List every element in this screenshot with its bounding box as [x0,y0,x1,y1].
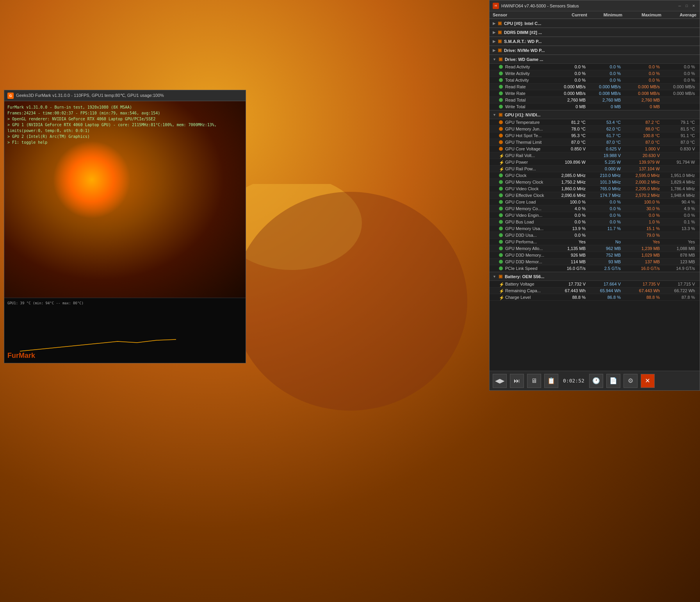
hwinfo-win-controls[interactable]: ─ □ ✕ [677,3,696,9]
sensor-max: 0 MB [622,104,661,109]
group-row[interactable]: ▼ ▣ Battery: OEM S56... [490,272,700,281]
lightning-icon: ⚡ [499,167,503,171]
sensor-name: PCIe Link Speed [499,266,548,271]
sensor-current: 0.0 % [548,64,587,69]
sensor-min: 0.0 % [587,200,622,204]
sensor-max: 2,570.2 MHz [622,193,661,198]
toolbar-btn-screen[interactable]: 🖥 [527,374,541,388]
sensor-min: 0.008 MB/s [587,91,622,96]
sensor-name: ⚡ Battery Voltage [499,282,548,286]
sensor-dot-icon [499,247,503,250]
sensor-dot-icon [499,213,503,217]
hwinfo-titlebar-left: H HWiNFO64 v7.40-5000 - Sensors Status [493,3,579,9]
group-row[interactable]: ▶ ▣ DDR5 DIMM [#2] ... [490,28,700,37]
sensor-name: GPU Memory Co... [499,206,548,211]
sensor-max: 1,029 MB [622,253,661,257]
sensor-label: Battery Voltage [505,282,534,286]
sensor-avg: 17.715 V [661,282,696,286]
sensor-min [587,233,622,238]
sensor-max: 20.630 V [622,153,661,158]
toolbar-btn-forward[interactable]: ⏭ [510,374,524,388]
furmark-app-icon: G [7,93,14,99]
sensor-name: GPU Memory Usa... [499,226,548,231]
sensor-row: ⚡ GPU Power 109.896 W 5.235 W 139.979 W … [490,159,700,166]
sensor-max: 0.008 MB/s [622,91,661,96]
sensor-name: ⚡ GPU Power [499,160,548,164]
furmark-window: G Geeks3D FurMark v1.31.0.0 - 110FPS, GP… [4,90,246,363]
sensor-name: ⚡ GPU Rail Pow... [499,166,548,171]
sensor-avg: 13.3 % [661,226,696,231]
sensor-avg: 66.722 Wh [661,288,696,293]
sensor-name: GPU D3D Memory... [499,253,548,257]
sensor-max: 100.0 % [622,200,661,204]
expand-arrow-icon: ▶ [493,21,495,25]
sensor-avg: 87.0 °C [661,140,696,145]
furmark-graph-area: GPU1: 39 °C (min: 94°C -- max: 86°C) Fur… [4,298,246,363]
sensor-current: 0.0 % [548,220,587,224]
toolbar-btn-clipboard[interactable]: 📋 [544,374,558,388]
lightning-icon: ⚡ [499,160,503,164]
furmark-content: FurMark v1.31.0.0 - Burn-in test, 1920x1… [4,101,246,363]
sensor-row: GPU Memory Co... 4.0 % 0.0 % 30.0 % 4.9 … [490,205,700,212]
sensor-avg: 87.8 % [661,295,696,300]
sensor-label: GPU Power [505,160,528,164]
sensor-avg: 0.0 % [661,71,696,76]
sensors-body[interactable]: ▶ ▣ CPU [#0]: Intel C... ▶ ▣ DDR5 DIMM [… [490,19,700,387]
sensor-current: 16.0 GT/s [548,266,587,271]
sensor-dot-icon [499,78,503,82]
maximize-button[interactable]: □ [684,3,689,9]
sensor-dot-icon [499,187,503,191]
sensor-current: 87.0 °C [548,140,587,145]
sensor-label: GPU Performa... [505,239,537,244]
group-name: ▼ ▣ GPU [#1]: NVIDI... [493,112,548,117]
sensor-max: 2,760 MB [622,98,661,102]
sensor-avg: 14.9 GT/s [661,266,696,271]
sensor-name: ⚡ GPU Rail Volt... [499,153,548,158]
sensor-label: Total Activity [505,78,529,82]
sensor-avg [661,98,696,102]
toolbar-btn-close[interactable]: ✕ [641,374,655,388]
sensor-current: 2,090.6 MHz [548,193,587,198]
close-button[interactable]: ✕ [691,3,696,9]
toolbar-btn-settings[interactable]: ⚙ [623,374,638,388]
expand-arrow-icon: ▶ [493,39,495,43]
sensor-name: GPU Memory Jun... [499,127,548,131]
sensor-min: 210.0 MHz [587,173,622,178]
group-row[interactable]: ▼ ▣ GPU [#1]: NVIDI... [490,110,700,119]
sensor-max: 137 MB [622,259,661,264]
sensor-max: 139.979 W [622,160,661,164]
sensor-max: 88.0 °C [622,127,661,131]
sensor-max: 67.443 Wh [622,288,661,293]
sensor-row: GPU Memory Allo... 1,135 MB 962 MB 1,239… [490,245,700,252]
group-row[interactable]: ▶ ▣ Drive: NVMe WD P... [490,46,700,55]
group-row[interactable]: ▶ ▣ CPU [#0]: Intel C... [490,19,700,28]
toolbar-btn-rewind[interactable]: ◀▶ [493,374,507,388]
sensor-label: Read Total [505,98,525,102]
group-name: ▶ ▣ Drive: NVMe WD P... [493,48,548,53]
toolbar-btn-clock[interactable]: 🕐 [589,374,603,388]
sensor-name: GPU Core Load [499,200,548,204]
group-name: ▼ ▣ Battery: OEM S56... [493,274,548,279]
col-maximum: Maximum [622,13,661,17]
sensor-name: GPU Memory Clock [499,180,548,184]
sensor-label: GPU Temperature [505,120,540,125]
sensor-current: 926 MB [548,253,587,257]
col-current: Current [548,13,587,17]
sensor-label: GPU Core Voltage [505,146,541,151]
minimize-button[interactable]: ─ [677,3,682,9]
sensor-min: 0.000 MB/s [587,84,622,89]
toolbar-btn-list[interactable]: 📄 [606,374,620,388]
sensor-row: GPU Memory Usa... 13.9 % 11.7 % 15.1 % 1… [490,225,700,232]
sensor-name: Read Total [499,98,548,102]
sensor-name: GPU D3D Memor... [499,259,548,264]
sensor-avg [661,233,696,238]
sensor-name: GPU Effective Clock [499,193,548,198]
group-row[interactable]: ▼ ▣ Drive: WD Game ... [490,55,700,64]
group-row[interactable]: ▶ ▣ S.M.A.R.T.: WD P... [490,37,700,46]
sensor-name: Write Total [499,104,548,109]
sensor-row: GPU Effective Clock 2,090.6 MHz 174.7 MH… [490,192,700,199]
sensor-dot-icon [499,85,503,89]
sensors-header: Sensor Current Minimum Maximum Average [490,11,700,19]
sensor-min: 0.625 V [587,146,622,151]
sensor-avg: 90.4 % [661,200,696,204]
